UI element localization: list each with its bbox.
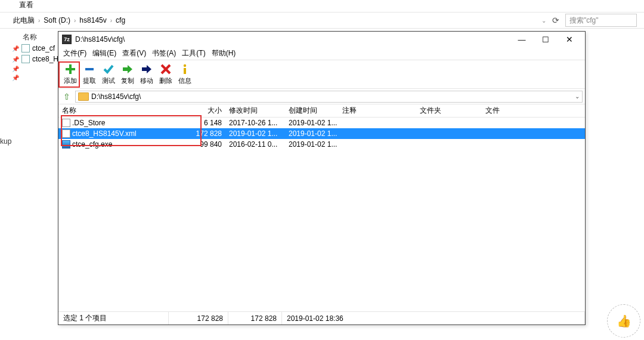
svg-point-7 <box>184 64 186 67</box>
breadcrumb-item[interactable]: hs8145v <box>79 16 106 24</box>
toolbar-label: 移动 <box>140 76 153 85</box>
file-icon <box>21 44 30 52</box>
file-size: 6 148 <box>178 119 225 127</box>
breadcrumb-item[interactable]: cfg <box>116 16 125 24</box>
explorer-file-list: 📌 ctce_cf 📌 ctce8_H 📌 📌 <box>12 44 58 84</box>
svg-rect-8 <box>184 68 186 74</box>
pin-row: 📌 <box>12 66 58 72</box>
breadcrumb: 此电脑 › Soft (D:) › hs8145v › cfg ⌄ ⟳ 搜索"c… <box>0 12 644 29</box>
column-header-modified[interactable]: 修改时间 <box>225 106 285 116</box>
menu-edit[interactable]: 编辑(E) <box>90 47 119 60</box>
search-input[interactable]: 搜索"cfg" <box>565 14 637 27</box>
chevron-down-icon[interactable]: ⌄ <box>541 17 546 24</box>
file-icon <box>21 55 30 63</box>
copy-button[interactable]: 复制 <box>118 63 137 85</box>
list-item[interactable]: 📌 ctce_cf <box>12 44 58 52</box>
table-row[interactable]: ctce_cfg.exe 99 840 2016-02-11 0... 2019… <box>58 139 585 150</box>
add-button[interactable]: 添加 <box>61 63 80 85</box>
column-header-created[interactable]: 创建时间 <box>285 106 339 116</box>
toolbar-label: 信息 <box>178 76 191 85</box>
check-icon <box>103 63 114 75</box>
svg-marker-4 <box>142 65 151 73</box>
extract-button[interactable]: 提取 <box>80 63 99 85</box>
archive-window: 7z D:\hs8145v\cfg\ — ☐ ✕ 文件(F) 编辑(E) 查看(… <box>58 31 586 325</box>
file-name: ctce8_H <box>32 55 58 63</box>
pin-icon: 📌 <box>12 66 19 72</box>
pin-icon: 📌 <box>12 56 19 63</box>
menu-file[interactable]: 文件(F) <box>61 47 89 60</box>
titlebar[interactable]: 7z D:\hs8145v\cfg\ — ☐ ✕ <box>58 32 585 47</box>
breadcrumb-item[interactable]: Soft (D:) <box>44 16 70 24</box>
file-name: .DS_Store <box>72 119 105 127</box>
explorer-tab-title: 直看 <box>19 0 33 10</box>
x-icon <box>160 63 172 75</box>
file-list[interactable]: .DS_Store 6 148 2017-10-26 1... 2019-01-… <box>58 118 585 320</box>
refresh-icon[interactable]: ⟳ <box>552 16 559 25</box>
file-modified: 2016-02-11 0... <box>225 140 285 149</box>
column-header-file[interactable]: 文件 <box>482 106 518 116</box>
pin-icon: 📌 <box>12 75 19 81</box>
status-date: 2019-01-02 18:36 <box>282 312 585 324</box>
path-text: D:\hs8145v\cfg\ <box>91 92 141 101</box>
list-header: 名称 大小 修改时间 创建时间 注释 文件夹 文件 <box>58 104 585 118</box>
svg-rect-2 <box>85 68 94 70</box>
column-header-folder[interactable]: 文件夹 <box>416 106 482 116</box>
status-size-1: 172 828 <box>169 312 228 324</box>
status-selection: 选定 1 个项目 <box>58 312 169 324</box>
pin-row: 📌 <box>12 75 58 81</box>
file-icon <box>62 119 70 127</box>
column-header-name[interactable]: 名称 <box>23 32 37 42</box>
minus-icon <box>83 63 95 75</box>
list-item[interactable]: 📌 ctce8_H <box>12 55 58 63</box>
file-modified: 2017-10-26 1... <box>225 119 285 127</box>
delete-button[interactable]: 删除 <box>156 63 175 85</box>
file-name: ctce8_HS8145V.xml <box>72 129 137 138</box>
info-icon <box>179 63 191 75</box>
chevron-right-icon: › <box>74 17 76 24</box>
chevron-right-icon: › <box>110 17 112 24</box>
up-icon[interactable]: ⇧ <box>61 92 73 101</box>
app-icon: 7z <box>62 35 72 44</box>
close-button[interactable]: ✕ <box>558 32 581 47</box>
status-size-2: 172 828 <box>228 312 282 324</box>
toolbar-label: 提取 <box>83 76 96 85</box>
menubar: 文件(F) 编辑(E) 查看(V) 书签(A) 工具(T) 帮助(H) <box>58 47 585 60</box>
statusbar: 选定 1 个项目 172 828 172 828 2019-01-02 18:3… <box>58 311 585 324</box>
info-button[interactable]: 信息 <box>175 63 194 85</box>
column-header-size[interactable]: 大小 <box>178 106 225 116</box>
toolbar-label: 添加 <box>64 76 77 85</box>
file-size: 99 840 <box>178 140 225 149</box>
chevron-right-icon: › <box>38 17 40 24</box>
toolbar: 添加 提取 测试 复制 移动 <box>58 60 585 89</box>
window-title: D:\hs8145v\cfg\ <box>75 35 510 44</box>
file-modified: 2019-01-02 1... <box>225 129 285 138</box>
plus-icon <box>64 63 76 75</box>
toolbar-label: 测试 <box>102 76 115 85</box>
maximize-button[interactable]: ☐ <box>534 32 558 47</box>
partial-label: kup <box>0 137 11 146</box>
chevron-down-icon[interactable]: ⌄ <box>575 93 580 100</box>
pathbar: ⇧ D:\hs8145v\cfg\ ⌄ <box>58 89 585 104</box>
move-button[interactable]: 移动 <box>137 63 156 85</box>
file-icon <box>62 129 70 138</box>
menu-help[interactable]: 帮助(H) <box>209 47 239 60</box>
table-row[interactable]: .DS_Store 6 148 2017-10-26 1... 2019-01-… <box>58 118 585 128</box>
menu-tools[interactable]: 工具(T) <box>179 47 208 60</box>
breadcrumb-item[interactable]: 此电脑 <box>13 16 35 26</box>
minimize-button[interactable]: — <box>510 32 534 47</box>
toolbar-label: 删除 <box>159 76 172 85</box>
table-row[interactable]: ctce8_HS8145V.xml 172 828 2019-01-02 1..… <box>58 128 585 139</box>
arrow-right-icon <box>122 63 134 75</box>
watermark-icon: 👍 <box>607 304 640 338</box>
svg-rect-1 <box>66 68 75 70</box>
column-header-comment[interactable]: 注释 <box>339 106 416 116</box>
menu-view[interactable]: 查看(V) <box>120 47 148 60</box>
folder-icon <box>78 92 89 101</box>
path-input[interactable]: D:\hs8145v\cfg\ ⌄ <box>75 91 583 103</box>
file-name: ctce_cfg.exe <box>72 140 112 149</box>
file-created: 2019-01-02 1... <box>285 119 339 127</box>
menu-bookmark[interactable]: 书签(A) <box>150 47 178 60</box>
column-header-name[interactable]: 名称 <box>58 106 178 116</box>
toolbar-label: 复制 <box>121 76 134 85</box>
test-button[interactable]: 测试 <box>99 63 118 85</box>
